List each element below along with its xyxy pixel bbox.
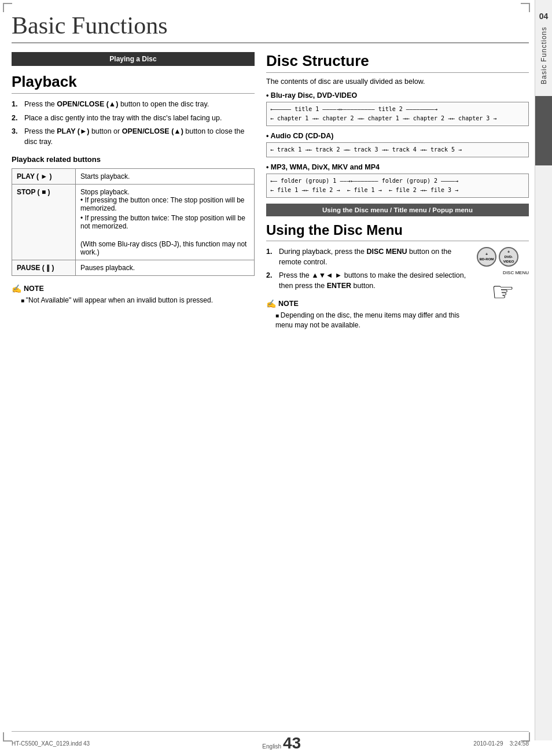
footer-lang-page: English 43 — [262, 734, 301, 753]
play-button-label: PLAY ( ► ) — [12, 169, 76, 185]
left-column: Playing a Disc Playback 1. Press the OPE… — [12, 52, 255, 330]
side-tab-highlight — [535, 96, 553, 165]
disc-menu-steps: 1. During playback, press the DISC MENU … — [266, 247, 471, 291]
corner-mark-bl — [3, 732, 12, 742]
note-icon: ✍ — [12, 284, 21, 293]
step-1-text: Press the OPEN/CLOSE (▲) button to open … — [24, 99, 209, 110]
disc-menu-button-label: DISC MENU — [477, 270, 529, 275]
playback-buttons-heading: Playback related buttons — [12, 155, 255, 164]
disc-step-2-num: 2. — [266, 271, 275, 291]
footer-datetime: 2010-01-29 3:24:58 — [473, 740, 529, 747]
bluray-label: Blu-ray Disc, DVD-VIDEO — [266, 91, 529, 99]
dvd-video-label: DVD-VIDEO — [503, 255, 514, 263]
stop-bullet-2: If pressing the button twice: The stop p… — [80, 214, 249, 230]
mp3-label: MP3, WMA, DivX, MKV and MP4 — [266, 163, 529, 171]
footer-date: 2010-01-29 — [473, 740, 503, 747]
disc-note-icon: ✍ — [266, 299, 276, 308]
disc-step-1-text: During playback, press the DISC MENU but… — [279, 247, 471, 267]
disc-type-cd: Audio CD (CD-DA) ← track 1 →← track 2 →←… — [266, 132, 529, 157]
mp3-diagram: ←— folder (group) 1 ——→←——————— folder (… — [266, 174, 529, 198]
step-2: 2. Place a disc gently into the tray wit… — [12, 113, 255, 124]
step-2-num: 2. — [12, 113, 21, 124]
disc-step-1-num: 1. — [266, 247, 275, 267]
chapter-label: Basic Functions — [540, 27, 548, 84]
stop-note: (With some Blu-ray discs (BD-J), this fu… — [80, 240, 246, 256]
step-3-text: Press the PLAY (►) button or OPEN/CLOSE … — [24, 127, 255, 147]
bd-rom-label: BD-ROM — [480, 257, 494, 261]
hand-icon: ☞ — [477, 276, 529, 307]
disc-menu-note: ✍ NOTE Depending on the disc, the menu i… — [266, 299, 471, 330]
disc-note-title-text: NOTE — [278, 300, 299, 308]
table-row-stop: STOP ( ■ ) Stops playback. If pressing t… — [12, 185, 255, 260]
step-2-text: Place a disc gently into the tray with t… — [24, 113, 222, 124]
using-disc-heading: Using the Disc Menu — [266, 222, 529, 241]
step-1: 1. Press the OPEN/CLOSE (▲) button to op… — [12, 99, 255, 110]
two-column-layout: Playing a Disc Playback 1. Press the OPE… — [12, 52, 529, 330]
note-section: ✍ NOTE "Not Available" will appear when … — [12, 284, 255, 305]
disc-step-2-text: Press the ▲▼◄ ► buttons to make the desi… — [279, 271, 471, 291]
disc-structure-intro: The contents of disc are usually divided… — [266, 78, 529, 86]
pause-description: Pauses playback. — [76, 260, 255, 276]
playing-disc-bar: Playing a Disc — [12, 52, 255, 66]
disc-type-bluray: Blu-ray Disc, DVD-VIDEO ←————— title 1 —… — [266, 91, 529, 126]
corner-mark-tl — [3, 3, 12, 12]
table-row-play: PLAY ( ► ) Starts playback. — [12, 169, 255, 185]
remote-buttons: +BD-ROM +DVD-VIDEO — [477, 247, 529, 267]
cd-label: Audio CD (CD-DA) — [266, 132, 529, 140]
stop-button-label: STOP ( ■ ) — [12, 185, 76, 260]
table-row-pause: PAUSE ( ‖ ) Pauses playback. — [12, 260, 255, 276]
right-column: Disc Structure The contents of disc are … — [266, 52, 529, 330]
disc-menu-step-1: 1. During playback, press the DISC MENU … — [266, 247, 471, 267]
disc-type-mp3: MP3, WMA, DivX, MKV and MP4 ←— folder (g… — [266, 163, 529, 198]
disc-menu-content: 1. During playback, press the DISC MENU … — [266, 247, 529, 330]
disc-menu-note-text: Depending on the disc, the menu items ma… — [266, 311, 471, 330]
playback-table: PLAY ( ► ) Starts playback. STOP ( ■ ) S… — [12, 168, 255, 276]
footer-time: 3:24:58 — [510, 740, 529, 747]
stop-description: Stops playback. If pressing the button o… — [76, 185, 255, 260]
bd-rom-button: +BD-ROM — [477, 247, 496, 267]
disc-menu-step-2: 2. Press the ▲▼◄ ► buttons to make the d… — [266, 271, 471, 291]
chapter-number: 04 — [539, 12, 549, 21]
disc-menu-bar: Using the Disc menu / Title menu / Popup… — [266, 204, 529, 216]
disc-structure-heading: Disc Structure — [266, 52, 529, 73]
disc-menu-text: 1. During playback, press the DISC MENU … — [266, 247, 471, 330]
side-tab: 04 Basic Functions — [535, 0, 552, 740]
dvd-video-button: +DVD-VIDEO — [499, 247, 518, 267]
pause-button-label: PAUSE ( ‖ ) — [12, 260, 76, 276]
main-content: Basic Functions Playing a Disc Playback … — [12, 12, 529, 733]
bluray-diagram: ←————— title 1 ————→←————————— title 2 —… — [266, 102, 529, 126]
footer: HT-C5500_XAC_0129.indd 43 English 43 201… — [12, 731, 529, 753]
page-title: Basic Functions — [12, 12, 529, 43]
note-title: ✍ NOTE — [12, 284, 255, 293]
note-text: "Not Available" will appear when an inva… — [12, 296, 255, 305]
footer-page-number: 43 — [283, 734, 301, 752]
play-description: Starts playback. — [76, 169, 255, 185]
stop-bullets: If pressing the button once: The stop po… — [80, 196, 249, 230]
remote-illustration: +BD-ROM +DVD-VIDEO DISC MENU ☞ — [477, 247, 529, 307]
stop-bullet-1: If pressing the button once: The stop po… — [80, 196, 249, 212]
disc-menu-note-title: ✍ NOTE — [266, 299, 471, 308]
footer-lang: English — [262, 743, 281, 750]
step-3: 3. Press the PLAY (►) button or OPEN/CLO… — [12, 127, 255, 147]
step-3-num: 3. — [12, 127, 21, 147]
cd-diagram: ← track 1 →← track 2 →← track 3 →← track… — [266, 142, 529, 157]
note-title-text: NOTE — [24, 285, 44, 293]
footer-filename: HT-C5500_XAC_0129.indd 43 — [12, 740, 90, 747]
playback-heading: Playback — [12, 73, 255, 94]
playback-steps: 1. Press the OPEN/CLOSE (▲) button to op… — [12, 99, 255, 147]
corner-mark-tr — [521, 3, 530, 12]
step-1-num: 1. — [12, 99, 21, 110]
